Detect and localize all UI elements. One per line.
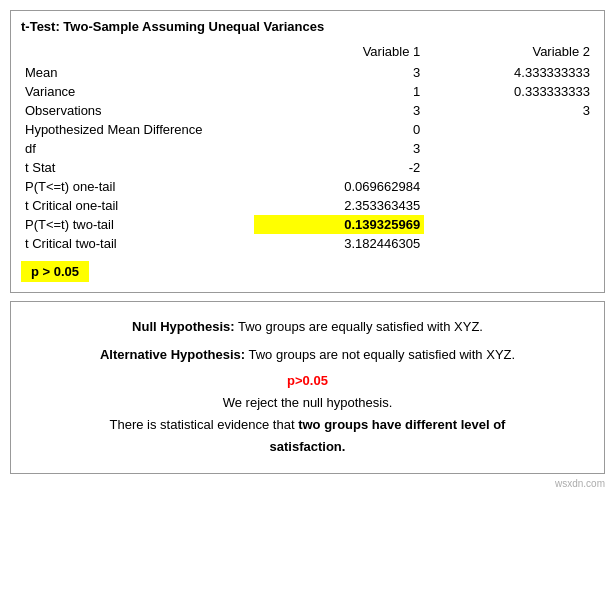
table-row: Mean34.333333333 [21,63,594,82]
row-var2 [424,177,594,196]
row-label: Variance [21,82,254,101]
row-var2 [424,196,594,215]
row-label: Observations [21,101,254,120]
row-label: t Stat [21,158,254,177]
row-var2 [424,120,594,139]
row-var1: -2 [254,158,424,177]
row-var2: 0.333333333 [424,82,594,101]
table-row: t Critical two-tail3.182446305 [21,234,594,253]
table-row: Observations33 [21,101,594,120]
header-var2: Variable 2 [424,42,594,63]
table-row: df3 [21,139,594,158]
evidence-bold-2: satisfaction. [270,439,346,454]
row-label: df [21,139,254,158]
row-var1: 2.353363435 [254,196,424,215]
row-var1: 3 [254,139,424,158]
row-var1: 3 [254,101,424,120]
table-row: Hypothesized Mean Difference0 [21,120,594,139]
table-row: t Stat-2 [21,158,594,177]
table-title: t-Test: Two-Sample Assuming Unequal Vari… [21,19,594,34]
header-var1: Variable 1 [254,42,424,63]
p-value-line: p>0.05 [31,370,584,392]
null-hypothesis-text: Two groups are equally satisfied with XY… [235,319,483,334]
p-value-box: p > 0.05 [21,261,89,282]
row-var1: 3.182446305 [254,234,424,253]
table-row: P(T<=t) two-tail0.139325969 [21,215,594,234]
row-label: t Critical one-tail [21,196,254,215]
alt-hypothesis-prefix: Alternative Hypothesis: [100,347,245,362]
ttest-table-container: t-Test: Two-Sample Assuming Unequal Vari… [10,10,605,293]
row-label: Hypothesized Mean Difference [21,120,254,139]
evidence-line: There is statistical evidence that two g… [31,414,584,436]
alt-hypothesis-text: Two groups are not equally satisfied wit… [245,347,515,362]
table-row: Variance10.333333333 [21,82,594,101]
row-var1: 0 [254,120,424,139]
ttest-table: Variable 1 Variable 2 Mean34.333333333Va… [21,42,594,253]
alt-hypothesis-line: Alternative Hypothesis: Two groups are n… [31,344,584,366]
evidence-line-2: satisfaction. [31,436,584,458]
table-row: t Critical one-tail2.353363435 [21,196,594,215]
footer-watermark: wsxdn.com [10,478,605,489]
row-var2 [424,139,594,158]
evidence-bold: two groups have different level of [298,417,505,432]
hypothesis-box: Null Hypothesis: Two groups are equally … [10,301,605,474]
row-var2 [424,234,594,253]
null-hypothesis-line: Null Hypothesis: Two groups are equally … [31,316,584,338]
row-var2: 3 [424,101,594,120]
table-header-row: Variable 1 Variable 2 [21,42,594,63]
header-label-col [21,42,254,63]
row-var2 [424,158,594,177]
null-hypothesis-prefix: Null Hypothesis: [132,319,235,334]
row-var1: 0.069662984 [254,177,424,196]
p-value-red: p>0.05 [287,373,328,388]
row-label: t Critical two-tail [21,234,254,253]
row-label: P(T<=t) one-tail [21,177,254,196]
row-var2 [424,215,594,234]
row-label: Mean [21,63,254,82]
row-var1: 0.139325969 [254,215,424,234]
row-var1: 1 [254,82,424,101]
table-row: P(T<=t) one-tail0.069662984 [21,177,594,196]
row-label: P(T<=t) two-tail [21,215,254,234]
evidence-text-1: There is statistical evidence that [110,417,299,432]
row-var1: 3 [254,63,424,82]
reject-line: We reject the null hypothesis. [31,392,584,414]
row-var2: 4.333333333 [424,63,594,82]
